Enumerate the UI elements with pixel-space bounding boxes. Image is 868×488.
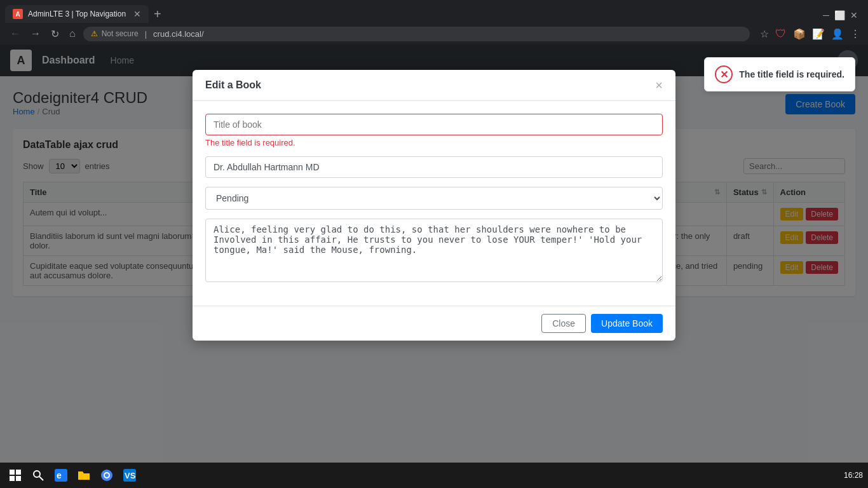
taskbar-chrome-icon[interactable] bbox=[97, 465, 117, 485]
taskbar-start-button[interactable] bbox=[5, 465, 25, 485]
title-error-message: The title field is required. bbox=[205, 138, 663, 147]
toast-message: The title field is required. bbox=[739, 69, 844, 79]
forward-button[interactable]: → bbox=[28, 27, 43, 41]
minimize-button[interactable]: ─ bbox=[823, 10, 829, 20]
status-select[interactable]: Pending Published Draft bbox=[205, 187, 663, 210]
extension-icon-2[interactable]: 📦 bbox=[793, 28, 806, 40]
home-button[interactable]: ⌂ bbox=[67, 27, 78, 41]
maximize-button[interactable]: ⬜ bbox=[834, 10, 845, 20]
address-input[interactable]: ⚠ Not secure | crud.ci4.local/ bbox=[83, 27, 750, 41]
tab-label: AdminLTE 3 | Top Navigation bbox=[28, 10, 126, 18]
svg-text:e: e bbox=[57, 470, 62, 480]
modal-header: Edit a Book × bbox=[193, 70, 675, 101]
address-bar: ← → ↻ ⌂ ⚠ Not secure | crud.ci4.local/ ☆… bbox=[0, 23, 868, 44]
modal-overlay: Edit a Book × The title field is require… bbox=[0, 44, 868, 488]
svg-point-10 bbox=[105, 473, 109, 477]
modal-footer: Close Update Book bbox=[193, 306, 675, 341]
svg-rect-2 bbox=[10, 476, 15, 481]
taskbar-vscode-icon[interactable]: VS bbox=[119, 465, 140, 485]
tab-close-button[interactable]: ✕ bbox=[133, 9, 141, 19]
modal-body: The title field is required. Pending Pub… bbox=[193, 101, 675, 306]
browser-tab[interactable]: A AdminLTE 3 | Top Navigation ✕ bbox=[5, 5, 149, 23]
app-container: A Dashboard Home Codeigniter4 CRUD Home … bbox=[0, 44, 868, 488]
security-label: Not secure bbox=[102, 29, 139, 38]
browser-chrome: A AdminLTE 3 | Top Navigation ✕ + ─ ⬜ ✕ … bbox=[0, 0, 868, 44]
description-form-group bbox=[205, 219, 663, 284]
url-display: crud.ci4.local/ bbox=[153, 29, 203, 39]
update-book-button[interactable]: Update Book bbox=[591, 314, 663, 333]
bookmark-icon[interactable]: ☆ bbox=[760, 28, 769, 40]
description-textarea[interactable] bbox=[205, 219, 663, 282]
taskbar-time: 16:28 bbox=[844, 471, 863, 480]
more-options-icon[interactable]: ⋮ bbox=[850, 28, 860, 40]
back-button[interactable]: ← bbox=[8, 27, 23, 41]
svg-point-4 bbox=[34, 471, 40, 477]
author-form-group bbox=[205, 156, 663, 178]
svg-text:VS: VS bbox=[125, 471, 136, 480]
browser-toolbar: ☆ 🛡 📦 📝 👤 ⋮ bbox=[760, 27, 860, 41]
extension-icon-1[interactable]: 🛡 bbox=[775, 27, 787, 41]
new-tab-button[interactable]: + bbox=[154, 7, 161, 22]
taskbar-folder-icon[interactable] bbox=[74, 465, 94, 485]
taskbar-right: 16:28 bbox=[844, 471, 863, 480]
author-input[interactable] bbox=[205, 156, 663, 178]
svg-line-5 bbox=[39, 477, 43, 480]
taskbar-browser-icon[interactable]: e bbox=[51, 465, 71, 485]
title-form-group: The title field is required. bbox=[205, 114, 663, 147]
taskbar-search-button[interactable] bbox=[28, 465, 48, 485]
close-window-button[interactable]: ✕ bbox=[850, 10, 858, 20]
reload-button[interactable]: ↻ bbox=[48, 27, 62, 41]
user-profile-icon[interactable]: 👤 bbox=[831, 28, 844, 40]
extension-icon-3[interactable]: 📝 bbox=[812, 28, 825, 40]
tab-favicon: A bbox=[13, 9, 23, 19]
security-warning-icon: ⚠ bbox=[91, 29, 98, 38]
modal-close-icon[interactable]: × bbox=[655, 79, 663, 92]
close-modal-button[interactable]: Close bbox=[541, 314, 586, 333]
modal-title: Edit a Book bbox=[205, 79, 261, 91]
window-controls: ─ ⬜ ✕ bbox=[823, 8, 863, 20]
taskbar: e VS 16:28 bbox=[0, 463, 868, 488]
svg-rect-0 bbox=[10, 470, 15, 475]
toast-error-icon: ✕ bbox=[715, 65, 733, 83]
status-form-group: Pending Published Draft bbox=[205, 187, 663, 210]
toast-notification: ✕ The title field is required. bbox=[704, 57, 855, 92]
edit-modal: Edit a Book × The title field is require… bbox=[193, 70, 675, 341]
svg-rect-1 bbox=[16, 470, 21, 475]
title-input[interactable] bbox=[205, 114, 663, 135]
svg-rect-3 bbox=[16, 476, 21, 481]
